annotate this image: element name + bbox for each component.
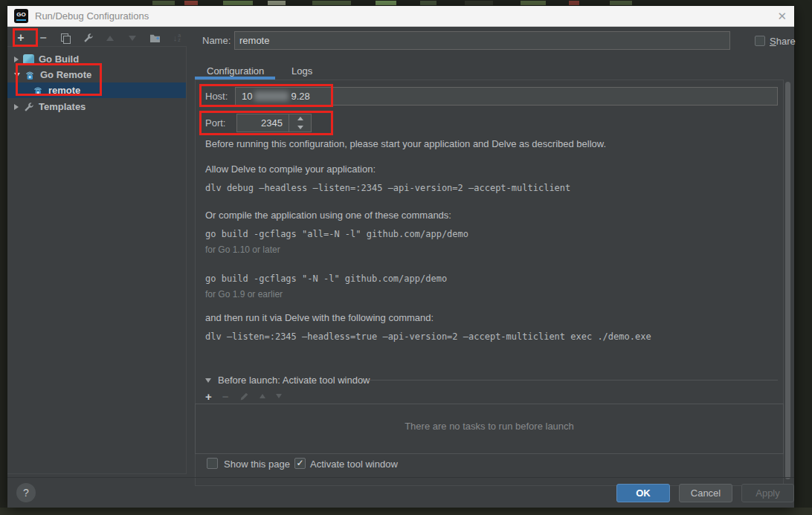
show-this-page-label: Show this page [224,459,290,470]
share-checkbox[interactable] [755,36,765,46]
arrow-up-icon [106,36,114,41]
copy-icon [61,33,70,42]
apply-button[interactable]: Apply [741,484,794,502]
tree-item-go-build[interactable]: Go Build [7,51,186,67]
tree-item-templates[interactable]: Templates [7,99,186,114]
host-redacted-blur [254,91,289,101]
add-task-button[interactable]: + [205,390,212,403]
configurations-toolbar: + − ↓az [12,29,186,47]
go-build-old-command: go build -gcflags "-N -l" github.com/app… [205,273,447,284]
spinner-up-button[interactable] [289,114,311,123]
remove-task-button[interactable]: − [222,390,229,403]
checkmark-icon: ✓ [296,458,303,468]
collapse-triangle-icon[interactable] [205,378,211,383]
host-value-suffix: 9.28 [291,91,309,102]
help-button[interactable]: ? [16,483,36,502]
cancel-button[interactable]: Cancel [679,484,732,502]
task-down-icon[interactable] [276,394,282,398]
sort-configurations-button[interactable]: ↓az [168,30,186,46]
show-this-page-checkbox[interactable] [207,458,218,469]
run-heading: and then run it via Delve with the follo… [205,312,434,323]
allow-heading: Allow Delve to compile your application: [205,163,376,175]
minus-icon: − [39,31,46,45]
tree-item-label: Go Remote [40,69,91,80]
move-up-button[interactable] [101,30,119,46]
name-input[interactable] [234,31,730,50]
tree-item-label: Go Build [39,54,79,65]
before-launch-toolbar: + − [205,389,282,403]
spinner-down-button[interactable] [289,123,311,132]
vertical-scrollbar[interactable] [785,82,790,479]
dialog-titlebar: GO Run/Debug Configurations ✕ [7,6,794,27]
port-input[interactable]: 2345 [236,114,312,132]
ide-background-top [0,0,812,6]
new-folder-button[interactable] [146,30,164,46]
go110-note: for Go 1.10 or later [205,244,280,255]
dlv-debug-command: dlv debug —headless —listen=:2345 —api-v… [205,183,570,193]
or-heading: Or compile the application using one of … [205,210,451,221]
close-icon[interactable]: ✕ [777,6,787,27]
task-up-icon[interactable] [260,394,265,398]
tree-item-label: remote [48,85,80,96]
templates-wrench-icon [23,102,34,112]
go19-note: for Go 1.9 or earlier [205,289,283,299]
before-launch-title: Before launch: Activate tool window [218,375,370,386]
port-label: Port: [205,117,225,129]
chevron-right-icon[interactable] [14,104,19,110]
host-label: Host: [205,91,228,102]
footer-separator [7,477,794,478]
chevron-right-icon[interactable] [14,56,19,62]
tree-item-remote-selected[interactable]: remote [7,82,186,98]
go-build-new-command: go build -gcflags "all=-N -l" github.com… [205,229,468,239]
port-spinner[interactable] [289,114,311,132]
run-debug-configurations-dialog: GO Run/Debug Configurations ✕ + − ↓az Go… [7,6,794,508]
add-configuration-button[interactable]: + [12,30,30,46]
tab-logs[interactable]: Logs [291,65,312,77]
port-value: 2345 [237,114,289,132]
before-launch-separator [369,380,778,380]
edit-pencil-icon[interactable] [239,392,249,401]
empty-task-message: There are no tasks to run before launch [405,421,574,453]
new-folder-icon [149,33,161,43]
dlv-run-command: dlv —listen=:2345 —headless=true —api-ve… [205,331,651,342]
tree-item-label: Templates [39,101,86,112]
configurations-tree: Go Build Go Remote remote Templates [7,46,187,474]
copy-configuration-button[interactable] [57,30,74,46]
host-input[interactable]: 10 9.28 [235,87,778,106]
host-value-prefix: 10 [242,91,252,102]
go-remote-icon [33,85,44,96]
arrow-down-icon [129,36,136,41]
go-build-icon [23,54,34,65]
before-launch-task-list: There are no tasks to run before launch [195,404,784,454]
goland-app-icon: GO [14,9,28,23]
dialog-title: Run/Debug Configurations [35,6,149,27]
intro-text: Before running this configuration, pleas… [205,138,606,149]
wrench-icon [83,33,93,43]
tree-item-go-remote[interactable]: Go Remote [7,67,186,82]
name-label: Name: [202,35,231,46]
before-launch-header: Before launch: Activate tool window [205,375,370,386]
plus-icon: + [17,31,24,45]
ide-background-left [0,0,7,515]
sort-az-icon: ↓az [173,33,181,42]
edit-defaults-button[interactable] [79,30,97,46]
activate-tool-window-checkbox[interactable]: ✓ [294,458,306,469]
spinner-down-icon [297,126,303,129]
activate-tool-window-label: Activate tool window [310,459,398,470]
go-remote-icon [25,70,36,80]
ide-background-bottom [0,508,812,515]
move-down-button[interactable] [123,30,141,46]
ok-button[interactable]: OK [616,484,670,502]
tab-configuration[interactable]: Configuration [207,65,264,77]
chevron-down-icon[interactable] [14,73,20,77]
ide-background-right: g [794,0,812,515]
spinner-up-icon [297,117,303,120]
remove-configuration-button[interactable]: − [34,30,52,46]
share-label: Share [770,36,796,47]
